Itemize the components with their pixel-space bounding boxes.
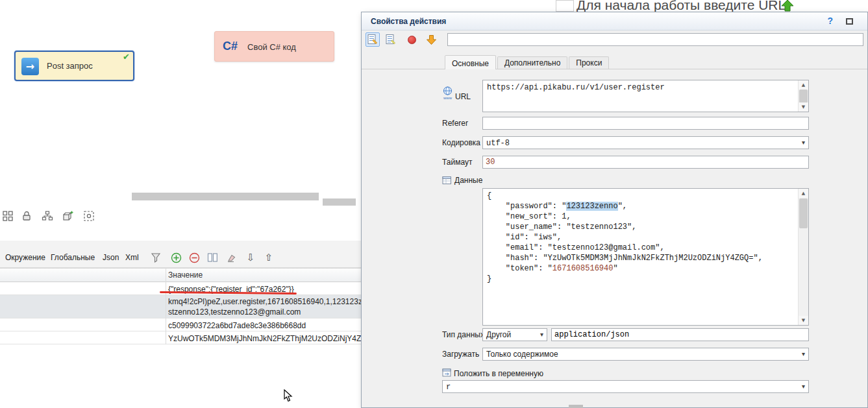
column-divider[interactable] xyxy=(166,268,166,344)
csharp-block-label: Свой C# код xyxy=(247,42,296,52)
token-number: 1671608516940 xyxy=(552,264,614,273)
dialog-tabstrip: Основные Дополнительно Прокси xyxy=(362,55,867,69)
column-header-value: Значение xyxy=(168,270,203,280)
capture-area-icon[interactable] xyxy=(82,209,96,223)
mouse-cursor xyxy=(284,389,293,402)
data-label: Данные xyxy=(454,176,482,185)
dialog-titlebar[interactable]: Свойства действия ? xyxy=(362,12,867,30)
scroll-up-icon[interactable]: ▲ xyxy=(799,80,808,90)
scroll-down-icon[interactable]: ▼ xyxy=(799,316,808,325)
tab-xml[interactable]: Xml xyxy=(125,253,139,262)
variable-value: r xyxy=(446,383,451,392)
globe-www-icon: www xyxy=(442,86,453,101)
panel-fragment xyxy=(556,0,574,12)
data-textbox[interactable]: { "password": "123123zenno", "new_sort":… xyxy=(482,188,809,326)
tab-globals[interactable]: Глобальные xyxy=(51,253,95,262)
table-row[interactable]: kmq4!2cPl)peZ,user.register,167160851694… xyxy=(0,295,361,318)
tab-main[interactable]: Основные xyxy=(445,55,496,69)
encoding-label: Кодировка xyxy=(442,138,480,147)
eraser-icon[interactable] xyxy=(225,252,236,263)
page-list-icon xyxy=(385,34,397,45)
svg-text:www: www xyxy=(443,96,453,100)
data-type-combobox[interactable]: Другой ▾ xyxy=(482,328,547,341)
scroll-down-icon[interactable]: ▼ xyxy=(799,102,808,112)
workspace-hint-text: Для начала работы введите URL xyxy=(577,0,786,13)
chevron-down-icon: ▾ xyxy=(802,350,805,357)
data-type-value: Другой xyxy=(486,330,511,339)
data-type-label: Тип данных xyxy=(442,330,484,339)
tab-json[interactable]: Json xyxy=(103,253,119,262)
put-to-variable-label: Положить в переменную xyxy=(454,369,543,378)
app-window: → Post запрос ✔ C# Свой C# код Для начал… xyxy=(0,0,868,408)
tab-proxy[interactable]: Прокси xyxy=(569,56,609,69)
url-scrollbar[interactable]: ▲ ▼ xyxy=(798,80,808,112)
record-icon xyxy=(408,36,416,44)
post-request-icon: → xyxy=(21,58,39,75)
data-scrollbar[interactable]: ▲ ▼ xyxy=(798,189,808,325)
timeout-label: Таймаут xyxy=(442,158,472,167)
url-label: URL xyxy=(455,92,471,101)
add-module-icon[interactable] xyxy=(60,209,75,223)
filter-icon[interactable] xyxy=(150,252,162,263)
workspace-hscrollbar-fragment[interactable] xyxy=(323,198,356,206)
sitemap-icon[interactable] xyxy=(40,209,55,223)
load-mode-value: Только содержимое xyxy=(486,350,558,359)
url-value: https://api.pikabu.ru/v1/user.register xyxy=(483,80,798,95)
scroll-up-icon[interactable]: ▲ xyxy=(799,189,808,198)
chevron-down-icon: ▾ xyxy=(802,139,805,146)
remove-row-icon[interactable] xyxy=(188,252,200,263)
move-down-icon[interactable]: ⇩ xyxy=(245,252,256,263)
scrollbar-thumb[interactable] xyxy=(799,90,808,103)
variable-icon xyxy=(442,368,451,377)
csharp-icon: C# xyxy=(223,40,238,53)
action-block-post-request[interactable]: → Post запрос ✔ xyxy=(14,51,134,81)
lock-icon[interactable] xyxy=(19,209,34,223)
dialog-title: Свойства действия xyxy=(371,17,446,26)
chevron-down-icon: ▾ xyxy=(540,331,543,338)
row-value: YzUwOTk5MDM3MjJhNmJkN2FkZThjM2UzODZiNjY4… xyxy=(168,333,389,344)
load-mode-combobox[interactable]: Только содержимое ▾ xyxy=(482,348,809,361)
tab-environment[interactable]: Окружение xyxy=(5,253,45,262)
success-check-icon: ✔ xyxy=(123,52,130,62)
table-row[interactable]: YzUwOTk5MDM3MjJhNmJkN2FkZThjM2UzODZiNjY4… xyxy=(0,331,361,344)
action-properties-dialog: Свойства действия ? xyxy=(361,12,868,408)
tab-additional[interactable]: Дополнительно xyxy=(497,56,567,69)
page-edit-icon xyxy=(367,34,378,45)
content-type-input[interactable] xyxy=(551,328,809,341)
record-button[interactable] xyxy=(404,32,419,47)
move-up-icon[interactable]: ⇧ xyxy=(263,252,275,263)
referer-input[interactable] xyxy=(482,117,809,130)
chevron-down-icon: ▾ xyxy=(802,383,805,390)
row-value: c5099903722a6bd7ade8c3e386b668dd xyxy=(168,320,389,331)
bottom-scrollbar-fragment[interactable] xyxy=(569,405,583,408)
timeout-input[interactable] xyxy=(482,156,809,169)
action-comment-input[interactable] xyxy=(447,33,863,46)
row-value: kmq4!2cPl)peZ,user.register,167160851694… xyxy=(168,296,389,317)
encoding-combobox[interactable]: utf-8 ▾ xyxy=(482,136,809,149)
columns-icon[interactable] xyxy=(206,252,218,263)
grid-icon[interactable] xyxy=(1,209,15,223)
encoding-value: utf-8 xyxy=(486,139,510,148)
table-header[interactable]: Значение xyxy=(0,268,361,282)
add-row-icon[interactable] xyxy=(170,252,182,263)
variable-combobox[interactable]: r ▾ xyxy=(442,380,809,393)
properties-view-button[interactable] xyxy=(366,32,380,47)
selected-text: 123123zenno xyxy=(566,202,617,211)
request-body-json: { "password": "123123zenno", "new_sort":… xyxy=(483,189,798,286)
table-row[interactable]: c5099903722a6bd7ade8c3e386b668dd xyxy=(0,318,361,331)
load-label: Загружать xyxy=(442,350,479,359)
action-block-csharp[interactable]: C# Свой C# код xyxy=(214,31,334,62)
variables-tabbar: Окружение Глобальные Json Xml ⇩ ⇧ xyxy=(0,241,361,268)
insert-button[interactable] xyxy=(424,32,438,47)
help-button[interactable]: ? xyxy=(827,16,833,26)
post-block-label: Post запрос xyxy=(47,61,93,71)
orange-down-arrow-icon xyxy=(426,34,437,45)
comment-view-button[interactable] xyxy=(384,32,398,47)
green-up-arrow-icon xyxy=(781,0,794,12)
url-textbox[interactable]: https://api.pikabu.ru/v1/user.register ▲… xyxy=(482,80,809,112)
referer-label: Referer xyxy=(442,119,468,128)
data-table-icon xyxy=(442,176,452,185)
scrollbar-thumb[interactable] xyxy=(799,198,808,228)
workspace-hscrollbar[interactable] xyxy=(132,193,319,200)
maximize-button[interactable] xyxy=(846,18,853,25)
